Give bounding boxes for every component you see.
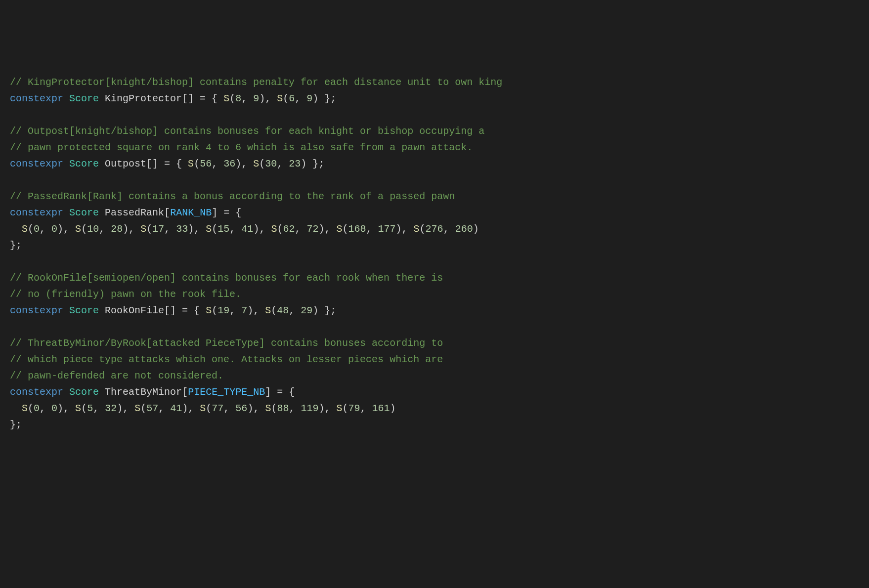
keyword-constexpr: constexpr xyxy=(10,386,63,398)
number: 276 xyxy=(426,223,443,235)
call-S: S xyxy=(75,223,81,235)
comment: // PassedRank[Rank] contains a bonus acc… xyxy=(10,191,455,202)
number: 29 xyxy=(301,305,312,316)
number: 62 xyxy=(283,223,295,235)
call-S: S xyxy=(75,403,81,414)
identifier: PassedRank xyxy=(105,207,164,218)
type-score: Score xyxy=(69,305,99,316)
number: 36 xyxy=(223,158,235,169)
number: 17 xyxy=(152,223,164,235)
call-S: S xyxy=(140,223,146,235)
identifier: KingProtector xyxy=(105,93,182,104)
keyword-constexpr: constexpr xyxy=(10,158,63,169)
comment: // which piece type attacks which one. A… xyxy=(10,354,443,365)
constant: RANK_NB xyxy=(170,207,212,218)
comment: // KingProtector[knight/bishop] contains… xyxy=(10,77,502,88)
comment: // RookOnFile[semiopen/open] contains bo… xyxy=(10,272,443,284)
number: 0 xyxy=(51,403,57,414)
number: 0 xyxy=(51,223,57,235)
code-line: // pawn-defended are not considered. xyxy=(10,368,859,384)
code-line: // RookOnFile[semiopen/open] contains bo… xyxy=(10,270,859,286)
number: 9 xyxy=(253,93,259,104)
code-line: S(0, 0), S(10, 28), S(17, 33), S(15, 41)… xyxy=(10,221,859,237)
code-line: constexpr Score ThreatByMinor[PIECE_TYPE… xyxy=(10,384,859,400)
call-S: S xyxy=(22,403,28,414)
number: 9 xyxy=(306,93,312,104)
call-S: S xyxy=(253,158,259,169)
number: 161 xyxy=(372,403,390,414)
number: 56 xyxy=(200,158,212,169)
code-line: S(0, 0), S(5, 32), S(57, 41), S(77, 56),… xyxy=(10,400,859,417)
number: 8 xyxy=(235,93,241,104)
code-line: constexpr Score RookOnFile[] = { S(19, 7… xyxy=(10,302,859,319)
keyword-constexpr: constexpr xyxy=(10,305,63,316)
comment: // ThreatByMinor/ByRook[attacked PieceTy… xyxy=(10,337,443,349)
number: 177 xyxy=(378,223,396,235)
type-score: Score xyxy=(69,158,99,169)
code-line: constexpr Score KingProtector[] = { S(8,… xyxy=(10,90,859,107)
code-line: }; xyxy=(10,417,859,433)
identifier: Outpost xyxy=(105,158,146,169)
type-score: Score xyxy=(69,93,99,104)
number: 30 xyxy=(265,158,277,169)
number: 41 xyxy=(241,223,253,235)
call-S: S xyxy=(336,403,342,414)
number: 48 xyxy=(277,305,289,316)
call-S: S xyxy=(206,305,212,316)
comment: // no (friendly) pawn on the rook file. xyxy=(10,289,241,300)
call-S: S xyxy=(277,93,283,104)
number: 6 xyxy=(289,93,295,104)
number: 0 xyxy=(34,403,40,414)
number: 56 xyxy=(235,403,247,414)
number: 33 xyxy=(176,223,188,235)
code-line: // ThreatByMinor/ByRook[attacked PieceTy… xyxy=(10,335,859,351)
call-S: S xyxy=(134,403,140,414)
call-S: S xyxy=(206,223,212,235)
constant: PIECE_TYPE_NB xyxy=(188,386,265,398)
number: 0 xyxy=(34,223,40,235)
number: 5 xyxy=(87,403,93,414)
code-line: }; xyxy=(10,237,859,253)
call-S: S xyxy=(336,223,342,235)
call-S: S xyxy=(271,223,277,235)
number: 28 xyxy=(111,223,123,235)
comment: // pawn protected square on rank 4 to 6 … xyxy=(10,142,473,153)
comment: // pawn-defended are not considered. xyxy=(10,370,223,381)
code-line: constexpr Score Outpost[] = { S(56, 36),… xyxy=(10,156,859,172)
code-editor[interactable]: // KingProtector[knight/bishop] contains… xyxy=(10,74,859,433)
number: 19 xyxy=(217,305,229,316)
number: 10 xyxy=(87,223,99,235)
code-line: // pawn protected square on rank 4 to 6 … xyxy=(10,139,859,156)
number: 23 xyxy=(289,158,301,169)
number: 119 xyxy=(301,403,318,414)
identifier: ThreatByMinor xyxy=(105,386,182,398)
number: 32 xyxy=(105,403,117,414)
code-line: constexpr Score PassedRank[RANK_NB] = { xyxy=(10,205,859,221)
comment: // Outpost[knight/bishop] contains bonus… xyxy=(10,126,484,137)
blank-line xyxy=(10,107,859,123)
number: 72 xyxy=(306,223,318,235)
code-line: // which piece type attacks which one. A… xyxy=(10,351,859,368)
identifier: RookOnFile xyxy=(105,305,164,316)
call-S: S xyxy=(265,403,271,414)
number: 7 xyxy=(241,305,247,316)
number: 260 xyxy=(455,223,473,235)
call-S: S xyxy=(188,158,194,169)
keyword-constexpr: constexpr xyxy=(10,93,63,104)
call-S: S xyxy=(265,305,271,316)
code-line: // no (friendly) pawn on the rook file. xyxy=(10,286,859,302)
type-score: Score xyxy=(69,386,99,398)
blank-line xyxy=(10,172,859,188)
call-S: S xyxy=(223,93,229,104)
number: 168 xyxy=(348,223,366,235)
number: 41 xyxy=(170,403,182,414)
call-S: S xyxy=(22,223,28,235)
code-line: // PassedRank[Rank] contains a bonus acc… xyxy=(10,188,859,205)
number: 57 xyxy=(146,403,158,414)
number: 88 xyxy=(277,403,289,414)
code-line: // KingProtector[knight/bishop] contains… xyxy=(10,74,859,90)
call-S: S xyxy=(200,403,206,414)
number: 77 xyxy=(212,403,223,414)
number: 79 xyxy=(348,403,360,414)
blank-line xyxy=(10,253,859,270)
